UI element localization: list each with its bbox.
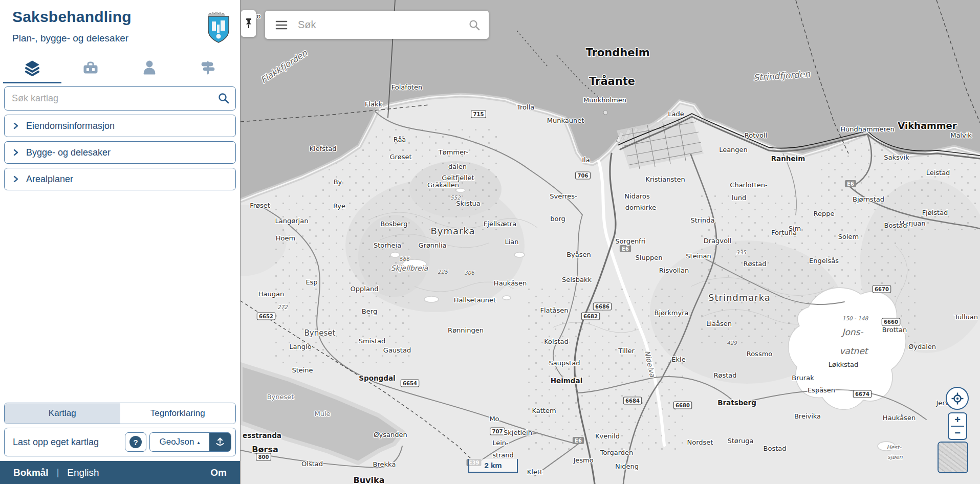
map-label: Strinda bbox=[691, 216, 715, 224]
map-label: Risvollan bbox=[659, 267, 689, 274]
map-label: Hallsetaunet bbox=[454, 296, 496, 304]
layer-search-input[interactable] bbox=[4, 86, 236, 111]
map-label: Røstad bbox=[743, 260, 766, 268]
accordion-arealplaner[interactable]: Arealplaner bbox=[4, 168, 236, 190]
map-label: domkirke bbox=[625, 204, 656, 211]
map-label: 566 bbox=[399, 256, 410, 262]
road-badge: 800 bbox=[256, 453, 271, 460]
map-label: Fjellsætra bbox=[484, 220, 516, 228]
municipality-crest-icon bbox=[206, 10, 231, 44]
road-badge: 6686 bbox=[593, 303, 611, 310]
map-label: Bosberg bbox=[380, 220, 407, 228]
map-label: Geitfjellet bbox=[442, 174, 474, 182]
map-label: Olstad bbox=[301, 460, 323, 468]
map-label: Trolla bbox=[516, 103, 534, 111]
upload-file-button[interactable] bbox=[209, 433, 231, 451]
chevron-right-icon bbox=[13, 149, 19, 156]
road-badge: 707 bbox=[490, 428, 505, 435]
svg-text:6654: 6654 bbox=[403, 381, 417, 386]
map-label: By bbox=[334, 178, 342, 186]
map-label: Ranheim bbox=[771, 155, 805, 163]
svg-text:6660: 6660 bbox=[884, 319, 898, 325]
language-english-link[interactable]: English bbox=[67, 467, 99, 478]
tab-map-layers[interactable] bbox=[3, 56, 61, 83]
pin-tool-button[interactable] bbox=[241, 10, 256, 37]
map-label: Bratsberg bbox=[717, 399, 756, 407]
map-label: Jons- bbox=[841, 327, 863, 337]
svg-text:E6: E6 bbox=[575, 438, 582, 444]
overview-map-toggle[interactable] bbox=[938, 442, 968, 473]
map-label: Grøset bbox=[389, 153, 411, 161]
tab-kartlag[interactable]: Kartlag bbox=[5, 403, 120, 424]
map-label: Bostad bbox=[884, 222, 907, 229]
scale-label: 2 km bbox=[484, 461, 502, 470]
map-label: Øydalen bbox=[908, 343, 936, 350]
road-badge: 6652 bbox=[257, 313, 275, 320]
map-label: esstranda bbox=[243, 431, 281, 439]
map-label: Rossmo bbox=[747, 350, 773, 358]
map-label: Jesmo bbox=[573, 456, 593, 464]
map-label: Espåsen bbox=[808, 386, 835, 394]
map-label: 272 bbox=[277, 304, 288, 310]
upload-format-group: GeoJson ▴ bbox=[149, 432, 231, 452]
map-label: Lian bbox=[505, 238, 518, 246]
geolocate-button[interactable] bbox=[946, 387, 969, 410]
map-label: Brottan bbox=[882, 326, 907, 334]
map-label: Nidaros bbox=[624, 192, 650, 200]
accordion-bygge-og-delesaker[interactable]: Bygge- og delesaker bbox=[4, 141, 236, 164]
map-label: Breivika bbox=[794, 412, 821, 420]
crosshair-icon bbox=[951, 392, 964, 405]
map-label: Børsa bbox=[252, 445, 278, 454]
upload-icon bbox=[215, 437, 225, 447]
road-badge: 715 bbox=[471, 111, 486, 118]
zoom-in-button[interactable]: + bbox=[949, 413, 966, 426]
map-label: Leangen bbox=[719, 146, 748, 153]
tab-guideposts[interactable] bbox=[179, 56, 237, 83]
map-label: Solem bbox=[838, 233, 859, 240]
map-label: Hoem bbox=[276, 234, 295, 242]
svg-text:6674: 6674 bbox=[855, 391, 869, 397]
map-label: Øysanden bbox=[374, 431, 407, 438]
zoom-out-button[interactable]: − bbox=[949, 427, 966, 439]
map-label: Dragvoll bbox=[704, 237, 731, 245]
svg-text:6686: 6686 bbox=[595, 304, 609, 310]
map-label: Nordset bbox=[687, 438, 713, 446]
map-label: Rotvoll bbox=[745, 131, 767, 139]
language-bokmal-link[interactable]: Bokmål bbox=[13, 467, 49, 478]
overview-map-thumbnail bbox=[939, 443, 967, 472]
tab-user[interactable] bbox=[120, 56, 179, 83]
map-label: Trondheim bbox=[585, 47, 649, 59]
map-label: borg bbox=[550, 215, 565, 223]
road-badge: E6 bbox=[573, 437, 584, 444]
map-label: Strindmarka bbox=[708, 292, 771, 303]
menu-icon[interactable] bbox=[275, 20, 288, 30]
map-label: Gråkallen bbox=[427, 181, 459, 189]
map-label: Frøset bbox=[250, 202, 270, 209]
map-label: Brekka bbox=[373, 460, 396, 468]
upload-help-button[interactable]: ? bbox=[125, 432, 146, 452]
map-label: Munkholmen bbox=[583, 96, 626, 104]
map-label: 306 bbox=[464, 270, 475, 276]
map-search-input[interactable] bbox=[297, 18, 460, 31]
map-label: Leistad bbox=[926, 169, 950, 177]
map-label: Torgarden bbox=[600, 449, 634, 456]
map-label: strand bbox=[492, 451, 514, 459]
map-label: Berg bbox=[362, 307, 377, 315]
map-label: Mo bbox=[489, 415, 499, 423]
about-link[interactable]: Om bbox=[210, 467, 227, 478]
person-icon bbox=[141, 59, 158, 76]
map-label: Mule bbox=[314, 410, 330, 417]
tab-toolbox[interactable] bbox=[61, 56, 120, 83]
map-label: Rønningen bbox=[448, 326, 484, 334]
map-label: Spongdal bbox=[359, 374, 395, 382]
tab-tegnforklaring[interactable]: Tegnforklaring bbox=[120, 403, 236, 424]
search-icon[interactable] bbox=[468, 19, 481, 31]
map-label: Råa bbox=[394, 136, 406, 143]
format-dropdown[interactable]: GeoJson ▴ bbox=[150, 433, 209, 451]
map-canvas[interactable]: 7157067078006652665466866682668466806670… bbox=[241, 0, 980, 484]
map-label: Langørjan bbox=[275, 217, 309, 225]
toolbox-icon bbox=[82, 59, 99, 76]
map-label: Bymarka bbox=[430, 226, 475, 236]
accordion-eiendomsinformasjon[interactable]: Eiendomsinformasjon bbox=[4, 115, 236, 137]
svg-text:707: 707 bbox=[492, 429, 503, 434]
